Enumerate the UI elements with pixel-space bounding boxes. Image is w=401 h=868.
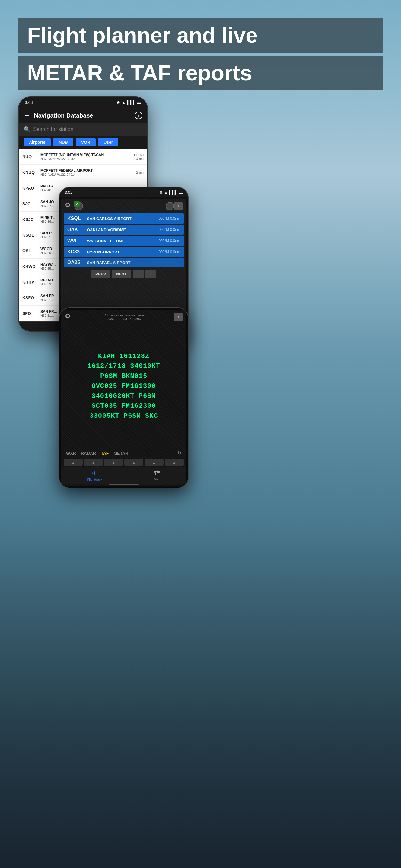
airport-name: MOFFETT (MOUNTAIN VIEW) TACAN: [40, 153, 128, 157]
knob-arrow-icon: ▲: [92, 461, 95, 464]
metar-knob-1[interactable]: ▲: [64, 459, 83, 466]
metar-obs-label: Observation date and time: [75, 313, 174, 317]
waypoint-id: KC83: [67, 249, 84, 255]
nav-time: 3:04: [25, 100, 33, 105]
waypoint-bearing: 000°M 0.0nm: [159, 239, 180, 243]
efb-add-button[interactable]: +: [174, 202, 182, 210]
efb-wifi-icon: ▲: [164, 190, 168, 195]
efb-time: 3:02: [65, 190, 73, 195]
waypoint-bearing: 000°M 0.0nm: [159, 227, 180, 232]
airport-code: KSJC: [22, 217, 37, 222]
metar-carbon: ⚙ Observation date and time Dec-16-2023 …: [61, 310, 186, 486]
waypoint-row[interactable]: OA25 SAN RAFAEL AIRPORT: [64, 258, 184, 267]
tab-vor[interactable]: VOR: [76, 138, 96, 147]
waypoint-id: WVI: [67, 238, 84, 244]
tab-airports[interactable]: Airports: [24, 138, 51, 147]
waypoint-details: SAN RAFAEL AIRPORT: [87, 260, 177, 265]
flightdeck-nav-label: Flightdeck: [87, 478, 102, 481]
map-nav-icon: 🗺: [154, 470, 160, 476]
waypoint-bearing: 000°M 0.0nm: [159, 216, 180, 221]
metar-top-bar: ⚙ Observation date and time Dec-16-2023 …: [61, 310, 186, 324]
efb-knob-right[interactable]: [166, 202, 174, 210]
metar-knob-5[interactable]: ▲: [145, 459, 164, 466]
tab-taf[interactable]: TAF: [101, 451, 109, 456]
search-bar[interactable]: 🔍 Search for station: [19, 123, 147, 135]
metar-knob-2[interactable]: ▲: [84, 459, 103, 466]
map-nav-label: Map: [154, 477, 160, 481]
flightdeck-nav-icon: ✈: [92, 470, 97, 477]
waypoint-row[interactable]: WVI WATSONVILLE DME 000°M 0.0nm: [64, 236, 184, 246]
battery-icon: ▬: [137, 100, 141, 105]
waypoint-bearing: 000°M 0.0nm: [159, 250, 180, 254]
metar-knob-3[interactable]: ▲: [104, 459, 123, 466]
airport-info: MOFFETT FEDERAL AIRPORT N37.4161° W122.0…: [40, 168, 128, 176]
metar-add-button[interactable]: +: [174, 313, 182, 321]
nav-item-map[interactable]: 🗺 Map: [154, 470, 160, 481]
waypoint-id: OAK: [67, 227, 84, 232]
metar-content: KIAH 161128Z 1612/1718 34010KT P6SM BKN0…: [61, 324, 186, 448]
waypoint-list: KSQL SAN CARLOS AIRPORT 000°M 0.0nm OAK …: [64, 213, 184, 267]
knob-arrow-icon: ▲: [133, 461, 136, 464]
prev-button[interactable]: PREV: [91, 270, 110, 278]
tab-metar[interactable]: METAR: [113, 451, 128, 456]
airport-code: OSI: [22, 248, 37, 253]
knob-arrow-icon: ▲: [153, 461, 156, 464]
nav-status-bar: 3:04 ⊕ ▲ ▌▌▌ ▬: [19, 97, 147, 108]
airport-code: KHWD: [22, 264, 37, 269]
nav-status-icons: ⊕ ▲ ▌▌▌ ▬: [116, 100, 141, 105]
waypoint-name: SAN CARLOS AIRPORT: [87, 216, 155, 221]
waypoint-row[interactable]: OAK OAKLAND VOR/DME 000°M 0.0nm: [64, 224, 184, 235]
metar-knob-4[interactable]: ▲: [124, 459, 143, 466]
efb-status-icons: ⊕ ▲ ▌▌▌ ▬: [159, 190, 182, 195]
metar-text: KIAH 161128Z 1612/1718 34010KT P6SM BKN0…: [87, 351, 160, 421]
airport-coords: N37.4161° W122.0491°: [40, 173, 128, 176]
airport-name: MOFFETT FEDERAL AIRPORT: [40, 168, 128, 173]
metar-tabs: WXR RADAR TAF METAR ↻: [61, 448, 186, 458]
plus-button[interactable]: +: [133, 270, 144, 278]
waypoint-id: OA25: [67, 260, 84, 265]
waypoint-row[interactable]: KC83 BYRON AIRPORT 000°M 0.0nm: [64, 247, 184, 257]
table-row[interactable]: NUQ MOFFETT (MOUNTAIN VIEW) TACAN N37.43…: [19, 149, 147, 164]
hero-text-block-2: METAR & TAF reports: [18, 56, 383, 90]
airport-code: KSQL: [22, 233, 37, 238]
efb-top-bar: ⚙ 2 +: [61, 199, 186, 213]
metar-knob-6[interactable]: ▲: [165, 459, 184, 466]
efb-status-bar: 3:02 ⊕ ▲ ▌▌▌ ▬: [59, 187, 188, 197]
metar-knobs: ▲ ▲ ▲ ▲ ▲ ▲: [61, 458, 186, 467]
waypoint-name: SAN RAFAEL AIRPORT: [87, 260, 177, 265]
metar-gear-icon[interactable]: ⚙: [65, 312, 75, 322]
airport-code: NUQ: [22, 154, 37, 159]
waypoint-name: WATSONVILLE DME: [87, 239, 155, 243]
search-input[interactable]: Search for station: [33, 126, 73, 132]
nav-item-flightdeck[interactable]: ✈ Flightdeck: [87, 470, 102, 481]
tab-radar[interactable]: RADAR: [81, 451, 96, 456]
efb-gear-icon[interactable]: ⚙: [65, 201, 75, 211]
nav-title: Navigation Database: [34, 112, 131, 119]
nav-home-indicator: [109, 484, 139, 485]
phone-metar: ⚙ Observation date and time Dec-16-2023 …: [59, 307, 189, 488]
metar-obs-date: Dec-16-2023 14:55:06: [75, 317, 174, 321]
back-button[interactable]: ←: [24, 112, 30, 119]
tab-ndb[interactable]: NDB: [53, 138, 73, 147]
waypoint-name: OAKLAND VOR/DME: [87, 227, 155, 232]
next-button[interactable]: NEXT: [112, 270, 131, 278]
airport-coords: N37.4324° W122.0575°: [40, 157, 128, 161]
efb-bottom-buttons: PREV NEXT + −: [61, 268, 186, 280]
nav-header: ← Navigation Database i: [19, 108, 147, 123]
tab-wxr[interactable]: WXR: [66, 451, 76, 456]
airport-dist: 117.60 1 nm: [132, 153, 144, 160]
minus-button[interactable]: −: [145, 270, 156, 278]
metar-bottom-nav: ✈ Flightdeck 🗺 Map: [61, 467, 186, 484]
wifi-icon: ▲: [121, 100, 125, 105]
signal-icon: ▌▌▌: [127, 100, 136, 105]
airport-code: KSFO: [22, 296, 37, 300]
airport-code: KRHV: [22, 280, 37, 284]
location-icon: ⊕: [116, 100, 120, 105]
airport-info: MOFFETT (MOUNTAIN VIEW) TACAN N37.4324° …: [40, 153, 128, 161]
search-icon: 🔍: [24, 126, 30, 133]
table-row[interactable]: KNUQ MOFFETT FEDERAL AIRPORT N37.4161° W…: [19, 164, 147, 180]
refresh-icon[interactable]: ↻: [177, 450, 181, 456]
info-button[interactable]: i: [135, 112, 142, 119]
waypoint-row[interactable]: KSQL SAN CARLOS AIRPORT 000°M 0.0nm: [64, 213, 184, 224]
tab-user[interactable]: User: [98, 138, 118, 147]
